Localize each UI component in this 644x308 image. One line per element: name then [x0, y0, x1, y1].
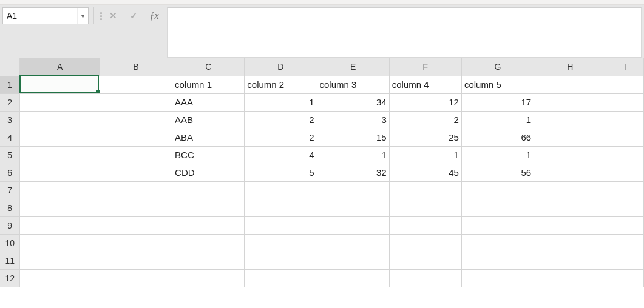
cell-E2[interactable]: 34 — [317, 93, 389, 111]
cell-B12[interactable] — [100, 269, 172, 287]
cell-B2[interactable] — [100, 93, 172, 111]
cell-A12[interactable] — [20, 269, 100, 287]
cell-G5[interactable]: 1 — [461, 146, 534, 164]
cell-G11[interactable] — [461, 252, 534, 269]
cell-D1[interactable]: column 2 — [245, 76, 317, 93]
cell-C1[interactable]: column 1 — [172, 76, 245, 93]
cell-D7[interactable] — [245, 181, 317, 199]
cell-A8[interactable] — [20, 199, 100, 216]
column-header-H[interactable]: H — [534, 58, 606, 76]
insert-function-button[interactable]: ƒx — [144, 7, 164, 24]
cell-B7[interactable] — [100, 181, 172, 199]
cell-B1[interactable] — [100, 76, 172, 93]
cell-A4[interactable] — [20, 129, 100, 146]
cell-G7[interactable] — [461, 181, 534, 199]
select-all-corner[interactable] — [0, 58, 20, 76]
cell-G1[interactable]: column 5 — [461, 76, 534, 93]
cell-G12[interactable] — [461, 269, 534, 287]
cell-I2[interactable] — [606, 93, 644, 111]
cell-D3[interactable]: 2 — [245, 111, 317, 129]
cell-H3[interactable] — [534, 111, 606, 129]
cell-H9[interactable] — [534, 216, 606, 234]
cell-H12[interactable] — [534, 269, 606, 287]
cell-E6[interactable]: 32 — [317, 164, 389, 181]
cell-I1[interactable] — [606, 76, 644, 93]
column-header-F[interactable]: F — [389, 58, 461, 76]
cell-F6[interactable]: 45 — [389, 164, 461, 181]
name-box[interactable]: A1 ▾ — [2, 7, 89, 24]
cell-A7[interactable] — [20, 181, 100, 199]
row-header-10[interactable]: 10 — [0, 234, 20, 252]
column-header-C[interactable]: C — [172, 58, 245, 76]
cell-F2[interactable]: 12 — [389, 93, 461, 111]
name-box-dropdown-icon[interactable]: ▾ — [77, 8, 88, 24]
cell-D11[interactable] — [245, 252, 317, 269]
cell-H5[interactable] — [534, 146, 606, 164]
cell-I3[interactable] — [606, 111, 644, 129]
name-box-input[interactable]: A1 — [3, 8, 77, 24]
cell-E12[interactable] — [317, 269, 389, 287]
cell-D12[interactable] — [245, 269, 317, 287]
cell-F10[interactable] — [389, 234, 461, 252]
row-header-3[interactable]: 3 — [0, 111, 20, 129]
cell-C9[interactable] — [172, 216, 245, 234]
cell-G4[interactable]: 66 — [461, 129, 534, 146]
cell-A1[interactable] — [20, 76, 100, 93]
cell-B9[interactable] — [100, 216, 172, 234]
cell-B6[interactable] — [100, 164, 172, 181]
cell-F7[interactable] — [389, 181, 461, 199]
cell-A6[interactable] — [20, 164, 100, 181]
cell-I6[interactable] — [606, 164, 644, 181]
cell-E5[interactable]: 1 — [317, 146, 389, 164]
cell-C8[interactable] — [172, 199, 245, 216]
cell-I7[interactable] — [606, 181, 644, 199]
row-header-2[interactable]: 2 — [0, 93, 20, 111]
row-header-1[interactable]: 1 — [0, 76, 20, 93]
cell-D5[interactable]: 4 — [245, 146, 317, 164]
cell-B3[interactable] — [100, 111, 172, 129]
cell-H8[interactable] — [534, 199, 606, 216]
row-header-12[interactable]: 12 — [0, 269, 20, 287]
cell-I4[interactable] — [606, 129, 644, 146]
cell-G6[interactable]: 56 — [461, 164, 534, 181]
cell-F4[interactable]: 25 — [389, 129, 461, 146]
cell-G10[interactable] — [461, 234, 534, 252]
row-header-7[interactable]: 7 — [0, 181, 20, 199]
cell-I10[interactable] — [606, 234, 644, 252]
cell-H1[interactable] — [534, 76, 606, 93]
cell-D4[interactable]: 2 — [245, 129, 317, 146]
formula-input[interactable] — [168, 8, 641, 57]
cell-A5[interactable] — [20, 146, 100, 164]
column-header-E[interactable]: E — [317, 58, 389, 76]
cell-E7[interactable] — [317, 181, 389, 199]
cell-G3[interactable]: 1 — [461, 111, 534, 129]
cell-C11[interactable] — [172, 252, 245, 269]
cell-F9[interactable] — [389, 216, 461, 234]
cell-H7[interactable] — [534, 181, 606, 199]
cell-I12[interactable] — [606, 269, 644, 287]
cell-I5[interactable] — [606, 146, 644, 164]
cell-E11[interactable] — [317, 252, 389, 269]
row-header-4[interactable]: 4 — [0, 129, 20, 146]
column-header-D[interactable]: D — [245, 58, 317, 76]
cell-A11[interactable] — [20, 252, 100, 269]
cell-E1[interactable]: column 3 — [317, 76, 389, 93]
cell-D10[interactable] — [245, 234, 317, 252]
cell-F11[interactable] — [389, 252, 461, 269]
cell-D8[interactable] — [245, 199, 317, 216]
row-header-9[interactable]: 9 — [0, 216, 20, 234]
row-header-11[interactable]: 11 — [0, 252, 20, 269]
cell-A10[interactable] — [20, 234, 100, 252]
column-header-I[interactable]: I — [606, 58, 644, 76]
cell-C10[interactable] — [172, 234, 245, 252]
cell-C12[interactable] — [172, 269, 245, 287]
cell-C3[interactable]: AAB — [172, 111, 245, 129]
cell-D9[interactable] — [245, 216, 317, 234]
cell-D2[interactable]: 1 — [245, 93, 317, 111]
cell-F1[interactable]: column 4 — [389, 76, 461, 93]
cell-G2[interactable]: 17 — [461, 93, 534, 111]
cell-C7[interactable] — [172, 181, 245, 199]
cell-H10[interactable] — [534, 234, 606, 252]
cell-C5[interactable]: BCC — [172, 146, 245, 164]
cell-G8[interactable] — [461, 199, 534, 216]
